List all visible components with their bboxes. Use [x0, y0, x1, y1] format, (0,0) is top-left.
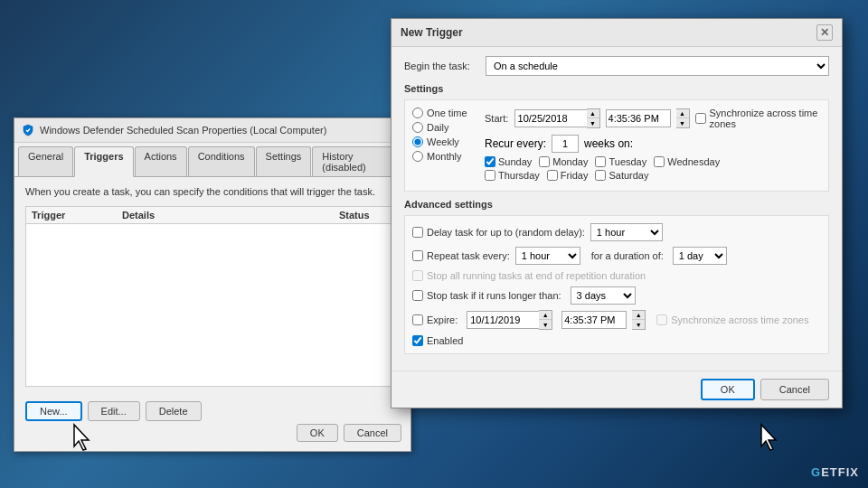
wednesday-checkbox[interactable]	[654, 156, 665, 167]
sync-checkbox[interactable]	[695, 113, 706, 124]
day-saturday[interactable]: Saturday	[595, 170, 648, 181]
new-trigger-dialog: New Trigger ✕ Begin the task: On a sched…	[391, 18, 843, 408]
bg-window-titlebar: Windows Defender Scheduled Scan Properti…	[14, 118, 410, 143]
time-down-btn[interactable]: ▼	[676, 118, 689, 127]
radio-weekly-input[interactable]	[412, 136, 423, 147]
thursday-checkbox[interactable]	[485, 170, 495, 181]
new-button[interactable]: New...	[25, 401, 82, 421]
expire-sync-wrap[interactable]: Synchronize across time zones	[656, 314, 808, 325]
radio-daily-input[interactable]	[412, 122, 423, 133]
bg-window-ok-cancel: OK Cancel	[297, 424, 401, 442]
repeat-label-wrap[interactable]: Repeat task every:	[412, 250, 510, 261]
day-sunday[interactable]: Sunday	[485, 156, 532, 167]
recur-input[interactable]	[552, 135, 579, 153]
radio-weekly[interactable]: Weekly	[412, 136, 477, 147]
sunday-label: Sunday	[498, 156, 532, 167]
bg-window-content: When you create a task, you can specify …	[14, 177, 410, 436]
day-friday[interactable]: Friday	[547, 170, 589, 181]
delay-select[interactable]: 1 hour	[590, 223, 663, 241]
friday-label: Friday	[561, 170, 589, 181]
tab-triggers[interactable]: Triggers	[74, 146, 133, 177]
saturday-checkbox[interactable]	[595, 170, 606, 181]
repeat-select[interactable]: 1 hour	[515, 247, 580, 265]
expire-date-up-btn[interactable]: ▲	[539, 311, 552, 320]
enabled-checkbox[interactable]	[412, 335, 423, 346]
settings-section-title: Settings	[404, 83, 829, 94]
tab-actions[interactable]: Actions	[135, 146, 187, 176]
bg-cancel-button[interactable]: Cancel	[344, 424, 401, 442]
edit-button[interactable]: Edit...	[88, 401, 140, 421]
delay-label-wrap[interactable]: Delay task for up to (random delay):	[412, 227, 585, 238]
day-monday[interactable]: Monday	[539, 156, 588, 167]
radio-daily-label: Daily	[427, 122, 448, 133]
expire-label: Expire:	[427, 314, 458, 325]
expire-date-wrap: 10/11/2019 ▲ ▼	[467, 310, 552, 330]
delay-label: Delay task for up to (random delay):	[427, 227, 585, 238]
date-field[interactable]: 10/25/2018	[514, 109, 587, 127]
friday-checkbox[interactable]	[547, 170, 558, 181]
expire-sync-checkbox[interactable]	[656, 314, 667, 325]
repeat-row: Repeat task every: 1 hour for a duration…	[412, 247, 821, 265]
expire-date-spinners[interactable]: ▲ ▼	[539, 310, 552, 330]
time-spinners[interactable]: ▲ ▼	[676, 108, 690, 128]
radio-one-time-input[interactable]	[412, 108, 423, 118]
enabled-label-wrap[interactable]: Enabled	[412, 335, 463, 346]
sync-label-row[interactable]: Synchronize across time zones	[695, 108, 821, 129]
bg-ok-button[interactable]: OK	[297, 424, 338, 442]
expire-time-down-btn[interactable]: ▼	[632, 320, 645, 329]
sync-label: Synchronize across time zones	[710, 108, 821, 129]
day-thursday[interactable]: Thursday	[485, 170, 540, 181]
expire-time-input[interactable]	[561, 311, 627, 329]
duration-label: for a duration of:	[591, 250, 664, 261]
date-field-wrap: 10/25/2018 ▲ ▼	[514, 108, 600, 128]
begin-task-row: Begin the task: On a schedule	[404, 56, 829, 76]
tab-settings[interactable]: Settings	[256, 146, 312, 176]
settings-section: One time Daily Weekly Monthly	[404, 99, 829, 192]
repeat-checkbox[interactable]	[412, 250, 423, 261]
radio-monthly-input[interactable]	[412, 151, 423, 162]
expire-time-up-btn[interactable]: ▲	[632, 311, 645, 320]
close-button[interactable]: ✕	[816, 24, 833, 41]
radio-daily[interactable]: Daily	[412, 122, 477, 133]
ok-button[interactable]: OK	[701, 379, 755, 400]
date-spinners[interactable]: ▲ ▼	[587, 108, 600, 128]
radio-monthly[interactable]: Monthly	[412, 151, 477, 162]
cancel-button[interactable]: Cancel	[760, 379, 829, 400]
monday-checkbox[interactable]	[539, 156, 550, 167]
begin-task-select[interactable]: On a schedule	[486, 56, 829, 76]
duration-select[interactable]: 1 day	[673, 247, 727, 265]
date-value: 10/25/2018	[518, 113, 568, 124]
sunday-checkbox[interactable]	[485, 156, 495, 167]
expire-checkbox[interactable]	[412, 314, 423, 325]
date-down-btn[interactable]: ▼	[587, 118, 599, 127]
time-input[interactable]	[606, 109, 671, 127]
dialog-titlebar: New Trigger ✕	[392, 19, 842, 47]
stop-all-label-wrap[interactable]: Stop all running tasks at end of repetit…	[412, 270, 646, 281]
tuesday-checkbox[interactable]	[595, 156, 606, 167]
expire-date-down-btn[interactable]: ▼	[539, 320, 552, 329]
date-up-btn[interactable]: ▲	[587, 109, 599, 118]
stop-all-checkbox[interactable]	[412, 270, 423, 281]
delay-checkbox[interactable]	[412, 227, 423, 238]
day-wednesday[interactable]: Wednesday	[654, 156, 720, 167]
stop-longer-label-wrap[interactable]: Stop task if it runs longer than:	[412, 290, 561, 301]
tab-conditions[interactable]: Conditions	[188, 146, 255, 176]
stop-longer-checkbox[interactable]	[412, 290, 423, 301]
dialog-body: Begin the task: On a schedule Settings O…	[392, 47, 842, 371]
expire-label-wrap[interactable]: Expire:	[412, 314, 458, 325]
expire-date-value: 10/11/2019	[470, 314, 520, 325]
getfix-watermark: GETFIX	[811, 465, 859, 479]
delete-button[interactable]: Delete	[146, 401, 202, 421]
expire-date-field[interactable]: 10/11/2019	[467, 311, 539, 329]
time-up-btn[interactable]: ▲	[676, 109, 689, 118]
day-tuesday[interactable]: Tuesday	[595, 156, 646, 167]
saturday-label: Saturday	[609, 170, 648, 181]
thursday-label: Thursday	[498, 170, 540, 181]
expire-sync-label: Synchronize across time zones	[671, 314, 808, 325]
expire-time-spinners[interactable]: ▲ ▼	[632, 310, 646, 330]
bg-window-description: When you create a task, you can specify …	[25, 186, 400, 197]
radio-one-time[interactable]: One time	[412, 108, 477, 118]
stop-all-row: Stop all running tasks at end of repetit…	[412, 270, 821, 281]
tab-general[interactable]: General	[18, 146, 73, 176]
stop-longer-select[interactable]: 3 days	[571, 286, 636, 305]
